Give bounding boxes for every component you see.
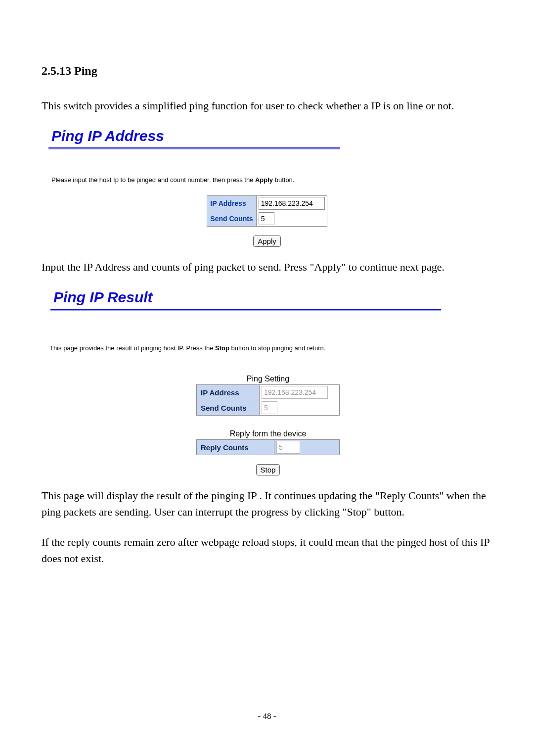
divider [50,309,441,310]
ping-address-instruction: Please input the host Ip to be pinged an… [51,176,487,184]
ping-result-screenshot: Ping IP Result This page provides the re… [49,289,487,475]
post-paragraph-2: If the reply counts remain zero after we… [42,534,492,567]
reply-table: Reply Counts [196,439,340,455]
ping-result-instruction: This page provides the result of pinging… [49,344,487,352]
ip-address-label: IP Address [207,196,256,211]
reply-counts-field [276,441,300,454]
reply-counts-label: Reply Counts [197,440,274,455]
send-counts-label: Send Counts [207,211,256,227]
table-row: Send Counts [207,211,327,227]
ip-address-label: IP Address [197,385,260,400]
ping-setting-table: IP Address Send Counts [196,384,340,416]
table-row: IP Address [207,196,327,211]
post-paragraph-1: This page will display the result of the… [42,487,492,520]
instr-bold: Stop [215,344,229,352]
ip-address-input[interactable] [259,197,325,210]
instr-text: This page provides the result of pinging… [49,344,215,352]
intro-paragraph: This switch provides a simplified ping f… [42,97,492,114]
apply-button[interactable]: Apply [253,236,281,247]
send-counts-field [262,401,277,414]
instr-text: Please input the host Ip to be pinged an… [51,176,255,184]
page-number: - 48 - [0,711,534,721]
instr-text: button. [273,176,294,184]
section-heading: 2.5.13 Ping [42,64,492,78]
between-paragraph: Input the IP Address and counts of ping … [42,259,492,275]
ping-result-title: Ping IP Result [53,289,487,306]
send-counts-input[interactable] [259,212,274,225]
send-counts-label: Send Counts [197,400,260,416]
table-row: IP Address [197,385,340,400]
instr-text: button to stop pinging and return. [229,344,325,352]
ping-address-title: Ping IP Address [51,128,487,144]
stop-button[interactable]: Stop [256,464,280,475]
ping-address-screenshot: Ping IP Address Please input the host Ip… [47,128,487,247]
ping-address-table: IP Address Send Counts [207,195,327,227]
instr-bold: Apply [255,176,273,184]
divider [48,147,340,148]
table-row: Reply Counts [197,440,340,455]
table-row: Send Counts [197,400,340,416]
ip-address-field [262,386,328,399]
reply-device-caption: Reply form the device [49,429,487,438]
ping-setting-caption: Ping Setting [49,375,487,383]
